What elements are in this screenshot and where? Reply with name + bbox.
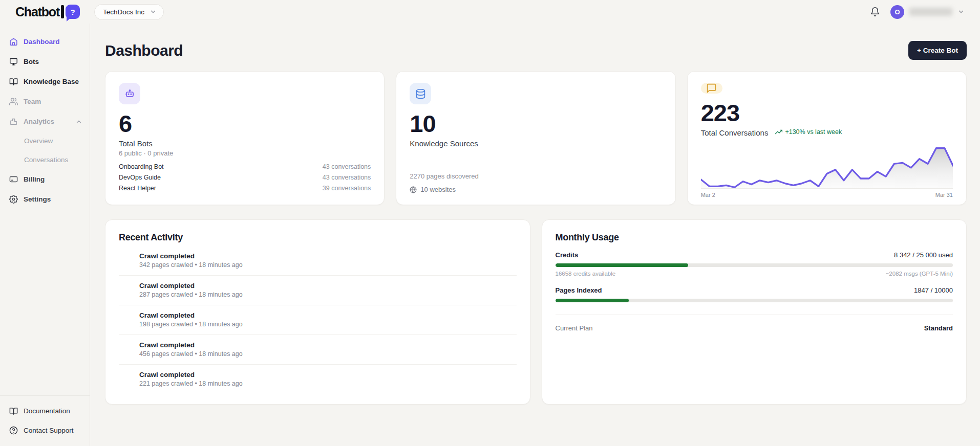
logo-bar [61,5,64,18]
activity-item-meta: 456 pages crawled • 18 minutes ago [139,350,517,358]
websites-count: 10 websites [420,186,456,193]
workspace-selector[interactable]: TechDocs Inc [94,4,164,20]
activity-item-title: Crawl completed [139,371,517,378]
sidebar-item-settings[interactable]: Settings [0,189,90,209]
user-menu[interactable]: O [890,5,965,19]
sidebar-item-label: Contact Support [24,427,74,434]
bot-row: React Helper 39 conversations [119,183,371,193]
trend-text: +130% vs last week [785,128,842,136]
user-name-redacted [909,8,952,16]
home-icon [9,37,18,46]
sidebar-item-label: Knowledge Base [24,78,79,85]
logo-question-bubble-icon: ? [66,5,80,19]
total-bots-card: 6 Total Bots 6 public · 0 private Onboar… [105,71,385,205]
credits-progress-fill [556,263,688,267]
activity-item-meta: 342 pages crawled • 18 minutes ago [139,261,517,269]
gear-icon [9,195,18,204]
conversations-sparkline [701,143,953,190]
total-bots-value: 6 [119,111,371,136]
trend-badge: +130% vs last week [775,128,842,136]
total-conversations-value: 223 [701,100,953,125]
activity-item: Crawl completed 287 pages crawled • 18 m… [119,276,517,305]
monthly-usage-title: Monthly Usage [556,232,953,243]
page-title: Dashboard [105,42,183,59]
bell-icon [870,7,880,17]
robot-icon [119,83,140,104]
divider [556,315,953,315]
sidebar-item-documentation[interactable]: Documentation [0,401,90,420]
credits-available: 16658 credits available [556,271,616,277]
sidebar-item-label: Settings [24,195,51,203]
websites-line: 10 websites [410,186,662,193]
bot-name: Onboarding Bot [119,163,164,170]
activity-item-meta: 198 pages crawled • 18 minutes ago [139,321,517,328]
bot-row: Onboarding Bot 43 conversations [119,161,371,172]
sidebar-item-bots[interactable]: Bots [0,52,90,72]
activity-item: Crawl completed 221 pages crawled • 18 m… [119,365,517,394]
bot-conversations: 43 conversations [323,163,371,170]
pages-indexed-value: 1847 / 10000 [914,286,953,294]
current-plan-label: Current Plan [556,324,593,332]
workspace-name: TechDocs Inc [103,8,144,16]
credits-value: 8 342 / 25 000 used [894,251,953,259]
credit-card-icon [9,175,18,184]
sidebar-item-conversations[interactable]: Conversations [0,150,90,169]
notifications-button[interactable] [870,7,880,17]
create-bot-button[interactable]: + Create Bot [908,41,967,60]
bot-conversations: 39 conversations [323,185,371,192]
users-icon [9,97,18,106]
activity-item-title: Crawl completed [139,311,517,319]
sidebar-item-label: Overview [24,137,53,145]
pages-indexed-label: Pages Indexed [556,286,602,294]
sidebar-item-contact-support[interactable]: Contact Support [0,420,90,440]
monthly-usage-panel: Monthly Usage Credits 8 342 / 25 000 use… [542,219,967,405]
recent-activity-title: Recent Activity [119,232,517,243]
knowledge-sources-card: 10 Knowledge Sources 2270 pages discover… [396,71,675,205]
activity-item: Crawl completed 456 pages crawled • 18 m… [119,335,517,365]
credits-progress-bar [556,263,953,267]
sidebar-item-team[interactable]: Team [0,92,90,112]
trending-up-icon [775,128,782,136]
credits-msgs-estimate: ~2082 msgs (GPT-5 Mini) [886,271,953,277]
sidebar-item-analytics[interactable]: Analytics [0,112,90,131]
axis-start-label: Mar 2 [701,192,715,198]
app-logo: Chatbot ? [15,5,80,19]
knowledge-sources-label: Knowledge Sources [410,139,662,148]
chevron-up-icon [75,118,82,125]
axis-end-label: Mar 31 [935,192,953,198]
pages-discovered: 2270 pages discovered [410,172,662,180]
monitor-icon [9,57,18,66]
pages-progress-bar [556,299,953,302]
activity-item-meta: 221 pages crawled • 18 minutes ago [139,380,517,387]
database-icon [410,83,431,104]
chevron-down-icon [957,8,965,15]
credits-label: Credits [556,251,579,259]
bot-row: DevOps Guide 43 conversations [119,172,371,183]
chat-bubble-icon [701,83,722,94]
activity-item: Crawl completed 342 pages crawled • 18 m… [119,246,517,276]
main-content: Dashboard + Create Bot 6 Total Bots 6 pu… [90,24,980,446]
sidebar-item-label: Dashboard [24,38,60,46]
bot-conversations: 43 conversations [323,174,371,181]
help-circle-icon [9,426,18,435]
top-header: Chatbot ? TechDocs Inc O [0,0,980,24]
sidebar-item-label: Documentation [24,407,70,415]
current-plan-value: Standard [924,324,953,332]
bot-name: React Helper [119,185,156,192]
avatar: O [890,5,904,19]
sidebar-item-label: Conversations [24,156,68,164]
activity-item-title: Crawl completed [139,282,517,289]
activity-item-meta: 287 pages crawled • 18 minutes ago [139,291,517,298]
total-conversations-label: Total Conversations [701,128,769,137]
sidebar-item-knowledge-base[interactable]: Knowledge Base [0,72,90,92]
logo-wordmark: Chatbot [15,5,59,19]
sidebar-item-label: Analytics [24,118,54,125]
bot-name: DevOps Guide [119,174,161,181]
sidebar-item-overview[interactable]: Overview [0,131,90,150]
book-open-icon [9,77,18,86]
book-open-icon [9,407,18,415]
activity-item: Crawl completed 198 pages crawled • 18 m… [119,305,517,335]
sidebar-item-billing[interactable]: Billing [0,169,90,189]
knowledge-sources-value: 10 [410,111,662,136]
sidebar-item-dashboard[interactable]: Dashboard [0,32,90,52]
